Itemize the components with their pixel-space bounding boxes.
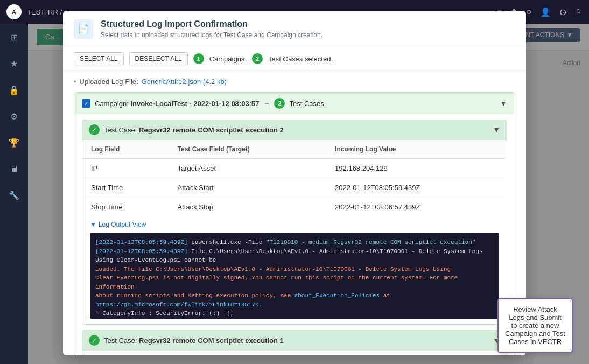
tc2-col-log-value: Incoming Log Value xyxy=(351,351,507,355)
col-target-field: Test Case Field (Target) xyxy=(169,140,327,159)
row3-log-value: 2022-01-12T08:06:57.439Z xyxy=(326,198,507,217)
sidebar-icon-trophy[interactable]: 🏆 xyxy=(5,135,23,151)
nav-icon-flag[interactable]: ⚐ xyxy=(575,7,583,17)
modal-header-icon: 📄 xyxy=(74,19,93,39)
uploaded-file-link[interactable]: GenericAttire2.json (4.2 kb) xyxy=(142,78,227,86)
modal-subtitle: Select data in uploaded structured logs … xyxy=(101,31,322,39)
sidebar-icon-gear[interactable]: ⚙ xyxy=(7,108,21,125)
test-case-block-1: ✓ Test Case: Regsvr32 remote COM scriptl… xyxy=(82,120,507,325)
sidebar-icon-lock[interactable]: 🔒 xyxy=(5,82,23,99)
log-line-1: [2022-01-12T08:05:59.439Z] powershell.ex… xyxy=(95,238,494,247)
test-case-block-2: ✓ Test Case: Regsvr32 remote COM scriptl… xyxy=(82,330,507,355)
test-case-2-name: Regsvr32 remote COM scriptlet execution … xyxy=(139,337,284,345)
log-output-view: [2022-01-12T08:05:59.439Z] powershell.ex… xyxy=(90,233,499,319)
campaign-arrow-icon: → xyxy=(263,100,270,107)
table-header-row: Log Field Test Case Field (Target) Incom… xyxy=(82,140,507,159)
campaign-tc-count: 2 xyxy=(274,98,285,109)
table-row: Start Time Attack Start 2022-01-12T08:05… xyxy=(82,178,507,198)
log-line-7: + CategoryInfo : SecurityError: (:) [], xyxy=(95,309,494,318)
campaigns-label: Campaigns. xyxy=(209,55,247,63)
row2-target-field: Attack Start xyxy=(169,178,327,198)
sidebar-icon-star[interactable]: ★ xyxy=(7,55,21,72)
row3-log-field: Stop Time xyxy=(82,198,169,217)
row1-log-value: 192.168.204.129 xyxy=(326,159,507,178)
test-case-1-name: Regsvr32 remote COM scriptlet execution … xyxy=(139,126,284,134)
modal-header-text: Structured Log Import Confirmation Selec… xyxy=(101,19,322,39)
campaign-tc-label: Test Cases. xyxy=(289,100,326,108)
test-case-2-table: Log Field Test Case Field (Target) Incom… xyxy=(82,351,507,355)
campaign-header[interactable]: ✓ Campaign: Invoke-LocalTest - 2022-01-1… xyxy=(74,93,515,114)
log-line-5: about running scripts and setting execut… xyxy=(95,291,494,300)
test-case-1-label-text: Test Case: Regsvr32 remote COM scriptlet… xyxy=(104,126,284,134)
sidebar-icon-grid[interactable]: ⊞ xyxy=(8,29,21,46)
nav-icon-db[interactable]: ⊙ xyxy=(559,7,566,17)
row2-log-field: Start Time xyxy=(82,178,169,198)
tc2-col-log-field: Log Field xyxy=(82,351,173,355)
sidebar-icon-wrench[interactable]: 🔧 xyxy=(5,187,23,204)
log-text-1: powershell.exe -File "T1218010 - medium … xyxy=(191,239,475,246)
test-case-2-table-wrapper: Log Field Test Case Field (Target) Incom… xyxy=(82,350,507,355)
test-case-1-expand-icon[interactable]: ▼ xyxy=(493,125,500,134)
log-output-toggle[interactable]: ▼ Log Output View xyxy=(82,216,507,233)
campaign-expand-icon[interactable]: ▼ xyxy=(500,99,507,108)
sidebar: ⊞ ★ 🔒 ⚙ 🏆 🖥 🔧 xyxy=(0,24,28,364)
uploaded-file-label: Uploaded Log File: xyxy=(80,78,138,86)
row2-log-value: 2022-01-12T08:05:59.439Z xyxy=(326,178,507,198)
log-toggle-arrow: ▼ xyxy=(90,221,96,228)
col-log-field: Log Field xyxy=(82,140,169,159)
campaign-name: Invoke-LocalTest - 2022-01-12 08:03:57 xyxy=(131,100,260,108)
modal-body: Uploaded Log File: GenericAttire2.json (… xyxy=(63,71,526,355)
select-all-button[interactable]: SELECT ALL xyxy=(74,52,124,65)
table-row: IP Target Asset 192.168.204.129 xyxy=(82,159,507,178)
table-row: Stop Time Attack Stop 2022-01-12T08:06:5… xyxy=(82,198,507,217)
col-log-value: Incoming Log Value xyxy=(326,140,507,159)
tc2-table-header-row: Log Field Test Case Field (Target) Incom… xyxy=(82,351,507,355)
modal-dialog: 📄 Structured Log Import Confirmation Sel… xyxy=(63,11,526,355)
modal-title: Structured Log Import Confirmation xyxy=(101,19,322,29)
campaign-checkbox[interactable]: ✓ xyxy=(82,99,90,108)
nav-icon-3[interactable]: ○ xyxy=(526,7,531,17)
deselect-all-button[interactable]: DESELECT ALL xyxy=(129,52,188,65)
row1-log-field: IP xyxy=(82,159,169,178)
nav-icon-user[interactable]: 👤 xyxy=(540,7,551,17)
log-line-3: loaded. The file C:\Users\User\Desktop\A… xyxy=(95,265,494,274)
test-cases-count-badge: 2 xyxy=(252,53,263,64)
modal-toolbar: SELECT ALL DESELECT ALL 1 Campaigns. 2 T… xyxy=(63,47,526,71)
log-timestamp-1: [2022-01-12T08:05:59.439Z] xyxy=(95,239,188,246)
log-toggle-label: Log Output View xyxy=(99,221,146,228)
log-timestamp-2: [2022-01-12T08:05:59.439Z] xyxy=(95,248,188,255)
campaigns-count-badge: 1 xyxy=(193,53,204,64)
tooltip-box: Review Attack Logs and Submit to create … xyxy=(497,298,573,353)
test-case-1-checkbox[interactable]: ✓ xyxy=(89,124,100,135)
tooltip-text: Review Attack Logs and Submit to create … xyxy=(505,305,565,346)
test-cases-label: Test Cases selected. xyxy=(268,55,333,63)
test-case-2-label-text: Test Case: Regsvr32 remote COM scriptlet… xyxy=(104,337,284,345)
row1-target-field: Target Asset xyxy=(169,159,327,178)
row3-target-field: Attack Stop xyxy=(169,198,327,217)
tc2-col-target-field: Test Case Field (Target) xyxy=(173,351,351,355)
log-line-4: Clear-EventLog.ps1 is not digitally sign… xyxy=(95,274,494,291)
app-logo: A xyxy=(6,4,22,19)
test-case-2-checkbox[interactable]: ✓ xyxy=(89,335,100,346)
test-case-1-table: Log Field Test Case Field (Target) Incom… xyxy=(82,140,507,216)
campaign-header-label: Campaign: Invoke-LocalTest - 2022-01-12 … xyxy=(95,100,259,108)
test-case-1-table-wrapper: Log Field Test Case Field (Target) Incom… xyxy=(82,139,507,216)
test-case-1-header[interactable]: ✓ Test Case: Regsvr32 remote COM scriptl… xyxy=(82,120,507,139)
modal-header: 📄 Structured Log Import Confirmation Sel… xyxy=(63,11,526,47)
test-case-2-header[interactable]: ✓ Test Case: Regsvr32 remote COM scriptl… xyxy=(82,331,507,350)
campaign-block: ✓ Campaign: Invoke-LocalTest - 2022-01-1… xyxy=(74,92,515,355)
log-line-2: [2022-01-12T08:05:59.439Z] File C:\Users… xyxy=(95,247,494,265)
log-line-6: https://go.microsoft.com/fwlink/?LinkID=… xyxy=(95,300,494,310)
sidebar-icon-monitor[interactable]: 🖥 xyxy=(6,161,22,177)
uploaded-file-info: Uploaded Log File: GenericAttire2.json (… xyxy=(74,78,515,86)
